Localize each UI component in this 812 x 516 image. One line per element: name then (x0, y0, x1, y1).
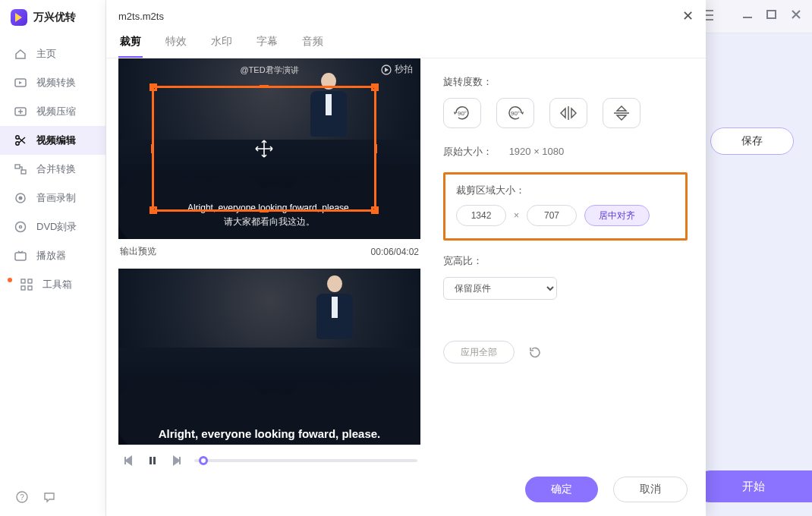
progress-knob[interactable] (199, 456, 208, 465)
sidebar-item-label: DVD刻录 (36, 220, 77, 234)
svg-rect-15 (28, 286, 32, 290)
svg-rect-5 (15, 165, 20, 168)
svg-point-9 (16, 222, 26, 232)
tab-audio[interactable]: 音频 (301, 30, 325, 58)
sidebar-item-record[interactable]: 音画录制 (0, 184, 105, 212)
svg-rect-14 (21, 286, 25, 290)
sidebar-item-label: 合并转换 (36, 162, 76, 176)
sidebar-item-label: 音画录制 (36, 191, 76, 205)
source-preview[interactable]: @TED君学演讲 秒拍 Alright, everyone looking fo… (118, 58, 420, 239)
tab-effects[interactable]: 特效 (164, 30, 188, 58)
close-icon[interactable]: ✕ (682, 8, 694, 24)
tab-subtitle[interactable]: 字幕 (255, 30, 279, 58)
start-button-background[interactable]: 开始 (694, 470, 812, 502)
sidebar-item-label: 工具箱 (42, 278, 72, 291)
cancel-button[interactable]: 取消 (613, 477, 688, 502)
scissors-icon (14, 134, 27, 147)
svg-text:90°: 90° (511, 110, 520, 117)
svg-rect-11 (15, 253, 26, 260)
sidebar-footer: ? (0, 478, 105, 516)
original-size-row: 原始大小： 1920 × 1080 (443, 145, 688, 159)
playback-time: 00:06/04:02 (371, 247, 419, 257)
compress-icon (14, 105, 27, 118)
ok-button[interactable]: 确定 (525, 477, 598, 502)
sidebar-item-home[interactable]: 主页 (0, 39, 105, 68)
overlay-subtitle-en: Alright, everyone looking foward, please… (118, 427, 420, 440)
overlay-watermark-right: 秒拍 (381, 63, 413, 76)
feedback-icon[interactable] (42, 490, 56, 504)
save-label: 保存 (741, 134, 763, 148)
crop-rectangle[interactable] (152, 86, 376, 212)
svg-rect-13 (28, 279, 32, 283)
rotate-cw-button[interactable]: 90° (443, 98, 481, 128)
sidebar-item-label: 主页 (36, 47, 56, 61)
grid-icon (20, 278, 33, 291)
player-controls (118, 445, 420, 467)
sidebar-item-edit[interactable]: 视频编辑 (0, 126, 105, 155)
sidebar-item-label: 播放器 (36, 249, 66, 263)
center-align-button[interactable]: 居中对齐 (584, 205, 650, 226)
home-icon (14, 47, 27, 61)
svg-text:90°: 90° (458, 110, 467, 117)
sidebar-item-player[interactable]: 播放器 (0, 241, 105, 270)
tab-watermark[interactable]: 水印 (209, 30, 234, 58)
svg-point-10 (19, 225, 21, 228)
modal-footer: 确定 取消 (525, 477, 688, 502)
close-window-icon[interactable] (791, 9, 801, 20)
crop-height-input[interactable] (527, 205, 577, 226)
app-name: 万兴优转 (33, 11, 76, 24)
sidebar-item-label: 视频编辑 (36, 134, 76, 147)
disc-icon (14, 220, 27, 234)
edit-modal: m2ts.m2ts ✕ 裁剪 特效 水印 字幕 音频 @TED君学演讲 秒拍 A… (106, 0, 706, 516)
sidebar-item-compress[interactable]: 视频压缩 (0, 97, 105, 126)
sidebar: 万兴优转 主页 视频转换 视频压缩 视频编辑 合并转换 音画录制 DVD刻录 (0, 0, 106, 516)
move-icon (254, 139, 274, 159)
rotate-ccw-button[interactable]: 90° (496, 98, 534, 128)
crop-width-input[interactable] (456, 205, 506, 226)
aspect-label: 宽高比： (443, 254, 688, 268)
app-logo: 万兴优转 (0, 0, 105, 39)
svg-point-8 (19, 197, 23, 200)
svg-rect-12 (21, 279, 25, 283)
record-icon (14, 191, 27, 205)
pause-button[interactable] (146, 454, 159, 467)
crop-size-label: 裁剪区域大小： (456, 184, 675, 197)
start-label: 开始 (742, 480, 765, 494)
help-icon[interactable]: ? (15, 490, 29, 504)
prev-frame-button[interactable] (121, 454, 135, 467)
tv-icon (14, 249, 27, 263)
convert-icon (14, 76, 27, 90)
sidebar-item-label: 视频转换 (36, 76, 76, 90)
flip-horizontal-button[interactable] (549, 98, 587, 128)
output-preview: Alright, everyone looking foward, please… (118, 269, 420, 445)
maximize-icon[interactable] (766, 9, 777, 20)
aspect-ratio-select[interactable]: 保留原件 (443, 277, 557, 300)
edit-tabs: 裁剪 特效 水印 字幕 音频 (106, 24, 706, 58)
overlay-watermark-left: @TED君学演讲 (118, 64, 420, 76)
original-size-label: 原始大小： (443, 146, 493, 157)
sidebar-nav: 主页 视频转换 视频压缩 视频编辑 合并转换 音画录制 DVD刻录 播放器 (0, 39, 105, 299)
flip-vertical-button[interactable] (603, 98, 640, 128)
progress-bar[interactable] (194, 459, 417, 462)
window-controls (742, 9, 801, 20)
original-size-value: 1920 × 1080 (509, 146, 565, 157)
sidebar-item-dvd[interactable]: DVD刻录 (0, 212, 105, 241)
times-icon: × (514, 210, 519, 221)
sidebar-item-label: 视频压缩 (36, 105, 76, 118)
output-preview-label: 输出预览 (120, 245, 156, 258)
apply-all-button[interactable]: 应用全部 (443, 341, 515, 363)
notification-dot-icon (8, 278, 12, 282)
sidebar-item-convert[interactable]: 视频转换 (0, 68, 105, 97)
svg-text:?: ? (20, 493, 24, 502)
save-button-background[interactable]: 保存 (710, 127, 794, 155)
logo-icon (11, 9, 27, 26)
next-frame-button[interactable] (170, 454, 184, 467)
sidebar-item-toolbox[interactable]: 工具箱 (0, 270, 105, 299)
rotate-label: 旋转度数： (443, 75, 688, 89)
reset-icon[interactable] (528, 345, 542, 359)
sidebar-item-merge[interactable]: 合并转换 (0, 155, 105, 184)
minimize-icon[interactable] (742, 9, 753, 20)
tab-crop[interactable]: 裁剪 (118, 30, 143, 58)
crop-size-highlight: 裁剪区域大小： × 居中对齐 (443, 172, 688, 241)
overlay-subtitle-zh: 请大家都看向我这边。 (118, 216, 420, 228)
